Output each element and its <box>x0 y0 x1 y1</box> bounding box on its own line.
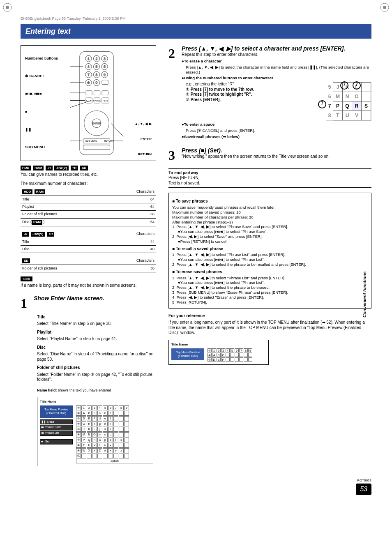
badge: +R <box>47 232 54 237</box>
remote-svg: 1 2 3 4 5 6 7 8 9 ✻ 0 STOP P <box>69 50 125 157</box>
cell: Folder of still pictures <box>21 211 108 218</box>
svg-rect-28 <box>86 90 92 95</box>
step2-head: Press [▲, ▼, ◀, ▶] to select a character… <box>182 45 371 53</box>
svg-text:SUB MENU: SUB MENU <box>85 140 97 142</box>
tn-preview: Top Menu Preview(Finalized Disc) <box>40 405 73 418</box>
char-table-3: SD Characters Folder of still pictures36 <box>21 257 156 272</box>
title-name-box: Title Name Top Menu Preview(Finalized Di… <box>37 397 156 466</box>
svg-text:4: 4 <box>88 64 90 69</box>
remote-label: ❚❚ <box>25 127 66 132</box>
svg-text:ENTER: ENTER <box>92 122 101 125</box>
numbtn-eg: e.g., entering the letter "R" <box>186 82 320 87</box>
save-h2: ■ To recall a saved phrase <box>172 246 368 252</box>
erase-h: To erase a character <box>184 59 222 63</box>
col-head: Characters <box>106 230 156 238</box>
cell: Folder of still pictures <box>21 265 108 272</box>
badge: -RW(V) <box>54 166 69 170</box>
ref-h: For your reference <box>168 313 371 319</box>
numbtn-h: Using the numbered buttons to enter char… <box>184 76 273 80</box>
step-number: 3 <box>168 147 175 164</box>
format-badges: HDD RAM -R -RW(V) +R SD <box>21 165 156 170</box>
save-phrases-box: ■ To save phrases You can save frequentl… <box>168 193 371 308</box>
cell: Playlist <box>21 203 108 211</box>
svg-rect-27 <box>102 80 108 84</box>
page-title: Entering text <box>21 24 371 39</box>
remote-label: ■ <box>25 110 66 114</box>
step-number: 2 <box>168 45 175 140</box>
cell: 64 <box>108 196 156 203</box>
remote-label: RETURN <box>138 152 152 157</box>
tn-set: ■ Set <box>40 439 73 444</box>
svg-line-50 <box>111 123 123 137</box>
remote-label: Numbered buttons <box>25 56 66 61</box>
save-h1: ■ To save phrases <box>172 199 368 204</box>
cell: Disc (RAM) <box>21 218 108 226</box>
note-label: Note <box>21 276 32 281</box>
char-grid: ①123456789 ②ABCabc ③DEFdef ④GHIghi ⑤JKLj… <box>76 405 153 458</box>
numbtn-2: Press [7] twice to highlight "R". <box>191 92 252 97</box>
side-section-label: Convenient functions <box>362 271 368 317</box>
step1-disc-t: Select "Disc Name" in step 4 of "Providi… <box>37 352 156 362</box>
step1-fold-h: Folder of still pictures <box>37 365 156 371</box>
svg-text:7: 7 <box>88 73 90 77</box>
svg-text:9: 9 <box>104 73 106 77</box>
svg-text:✻: ✻ <box>87 81 90 85</box>
step1-pl-t: Select "Playlist Name" in step 5 on page… <box>37 336 156 342</box>
numbtn-1: Press [7] to move to the 7th row. <box>191 87 254 92</box>
svg-text:8: 8 <box>96 73 98 77</box>
saverecall: Save/recall phrases (➡ below) <box>184 134 240 139</box>
svg-text:0: 0 <box>96 81 98 85</box>
step-number: 1 <box>21 295 27 311</box>
cell: 64 <box>108 203 156 211</box>
remote-diagram: Numbered buttons ✻ CANCEL ⏮⏮, ⏭⏭ ■ ❚❚ SU… <box>21 45 156 161</box>
tn-erase: ❚❚ Erase <box>40 419 73 425</box>
step3-head: Press [■] (Set). <box>182 147 371 154</box>
title-name-box-2: Title Name Top Menu Preview(Finalized Di… <box>168 340 269 365</box>
svg-text:PAUSE: PAUSE <box>93 99 101 101</box>
tn-phrase-save: ⏭ Phrase Save <box>40 425 73 430</box>
svg-text:3: 3 <box>104 57 106 61</box>
step1-head: Show Enter Name screen. <box>34 295 156 302</box>
cell: Title <box>21 238 106 245</box>
cell: Title <box>21 196 108 203</box>
char-table-2: -R -RW(V) +R Characters Title44 Disc40 <box>21 230 156 253</box>
crop-mark-icon <box>2 2 13 13</box>
remote-label: ▲, ▼, ◀, ▶ <box>135 122 152 126</box>
badge: SD <box>22 258 30 263</box>
crop-mark-icon <box>379 2 390 13</box>
remote-label: ✻ CANCEL <box>25 74 66 78</box>
svg-point-3 <box>383 6 386 9</box>
rqt-code: RQT8023 <box>21 479 371 483</box>
cell: 44 <box>106 238 156 245</box>
tn-title: Title Name <box>40 400 56 403</box>
remote-label: ENTER <box>141 137 152 141</box>
cell: 64 <box>108 218 156 226</box>
remote-label: ⏮⏮, ⏭⏭ <box>25 92 66 96</box>
page-number: 53 <box>356 484 371 495</box>
badge: SD <box>80 166 88 170</box>
svg-text:2: 2 <box>96 57 98 61</box>
svg-point-1 <box>6 6 9 9</box>
badge: +R <box>71 166 78 170</box>
col-head: Characters <box>108 257 156 265</box>
ref-t: If you enter a long name, only part of i… <box>168 320 371 336</box>
tn-phrase-list: ⏮ Phrase List <box>40 431 73 436</box>
badge: HDD <box>22 189 32 194</box>
cell: 36 <box>108 265 156 272</box>
space-h: To enter a space <box>184 122 214 127</box>
cell: Disc <box>21 245 106 253</box>
erase-t: Press [▲, ▼, ◀, ▶] to select the charact… <box>186 65 371 75</box>
char-table-1: HDD RAM Characters Title64 Playlist64 Fo… <box>21 188 156 226</box>
note-text: If a name is long, parts of it may not b… <box>21 283 156 288</box>
cell: 40 <box>106 245 156 253</box>
svg-text:PLAY: PLAY <box>103 99 108 101</box>
step1-title-h: Title <box>37 315 156 320</box>
intro-text: You can give names to recorded titles, e… <box>21 172 156 177</box>
badge: -RW(V) <box>31 232 45 237</box>
badge: RAM <box>33 166 44 170</box>
step3-sub: "Now writing." appears then the screen r… <box>182 154 371 159</box>
svg-rect-29 <box>94 90 100 95</box>
badge: -R <box>46 166 52 170</box>
step1-disc-h: Disc <box>37 345 156 350</box>
svg-line-48 <box>70 100 91 107</box>
